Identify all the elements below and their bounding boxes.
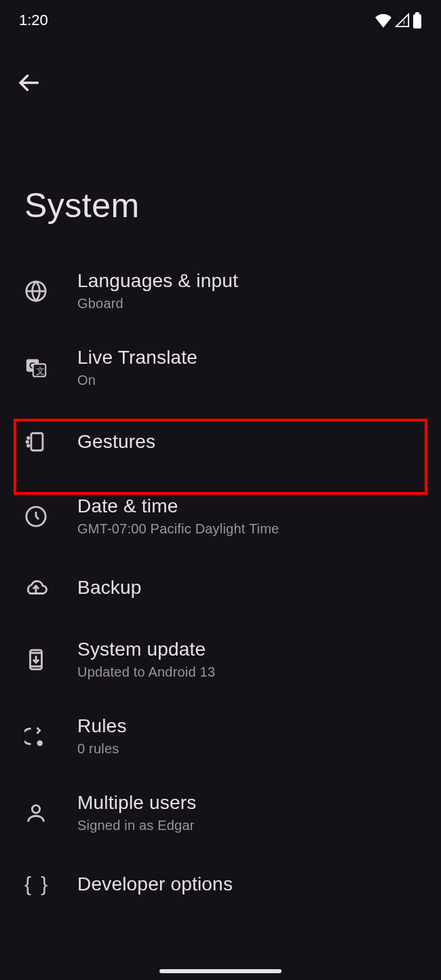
menu-item-languages-input[interactable]: Languages & input Gboard — [0, 252, 441, 329]
menu-sub: Gboard — [77, 296, 238, 312]
cloud-upload-icon — [24, 576, 77, 599]
menu-title: Gestures — [77, 431, 155, 453]
system-update-icon — [24, 648, 77, 671]
developer-icon: { } — [24, 873, 77, 896]
menu-sub: On — [77, 373, 197, 388]
menu-title: Languages & input — [77, 270, 238, 292]
person-icon — [24, 802, 77, 825]
menu-item-live-translate[interactable]: G 文 Live Translate On — [0, 329, 441, 406]
svg-rect-1 — [413, 14, 421, 29]
svg-point-12 — [26, 441, 28, 442]
menu-sub: Signed in as Edgar — [77, 818, 197, 833]
wifi-icon — [375, 13, 392, 28]
gestures-icon — [24, 430, 77, 453]
menu-title: System update — [77, 639, 215, 660]
menu-sub: GMT-07:00 Pacific Daylight Time — [77, 521, 279, 537]
clock-icon — [24, 505, 77, 528]
menu-title: Live Translate — [77, 347, 197, 369]
menu-title: Developer options — [77, 873, 233, 895]
translate-icon: G 文 — [24, 356, 77, 379]
menu-sub: Updated to Android 13 — [77, 664, 215, 680]
settings-menu: Languages & input Gboard G 文 Live Transl… — [0, 252, 441, 918]
arrow-back-icon — [16, 71, 41, 95]
status-icons: ! — [375, 12, 422, 29]
menu-item-gestures[interactable]: Gestures — [0, 406, 441, 478]
battery-icon — [413, 12, 422, 29]
menu-item-multiple-users[interactable]: Multiple users Signed in as Edgar — [0, 774, 441, 851]
page-title: System — [0, 98, 441, 252]
menu-item-system-update[interactable]: System update Updated to Android 13 — [0, 621, 441, 698]
menu-title: Multiple users — [77, 792, 197, 814]
nav-handle[interactable] — [159, 969, 282, 973]
svg-text:文: 文 — [36, 365, 45, 375]
menu-item-backup[interactable]: Backup — [0, 554, 441, 621]
menu-title: Backup — [77, 577, 142, 599]
svg-point-21 — [32, 805, 39, 812]
svg-rect-2 — [415, 12, 419, 15]
svg-rect-10 — [31, 433, 43, 451]
status-bar: 1:20 ! — [0, 0, 441, 41]
svg-point-11 — [28, 437, 29, 438]
menu-item-date-time[interactable]: Date & time GMT-07:00 Pacific Daylight T… — [0, 478, 441, 554]
status-time: 1:20 — [19, 12, 48, 29]
menu-item-developer-options[interactable]: { } Developer options — [0, 851, 441, 918]
back-button[interactable] — [14, 68, 43, 98]
menu-title: Date & time — [77, 495, 279, 517]
globe-icon — [24, 280, 77, 303]
cellular-icon: ! — [395, 13, 410, 28]
svg-point-13 — [28, 445, 29, 447]
menu-item-rules[interactable]: Rules 0 rules — [0, 698, 441, 774]
svg-text:!: ! — [403, 19, 405, 27]
menu-sub: 0 rules — [77, 741, 127, 757]
svg-point-20 — [37, 740, 43, 746]
menu-title: Rules — [77, 715, 127, 737]
rules-icon — [24, 725, 77, 748]
back-button-row — [0, 41, 441, 98]
